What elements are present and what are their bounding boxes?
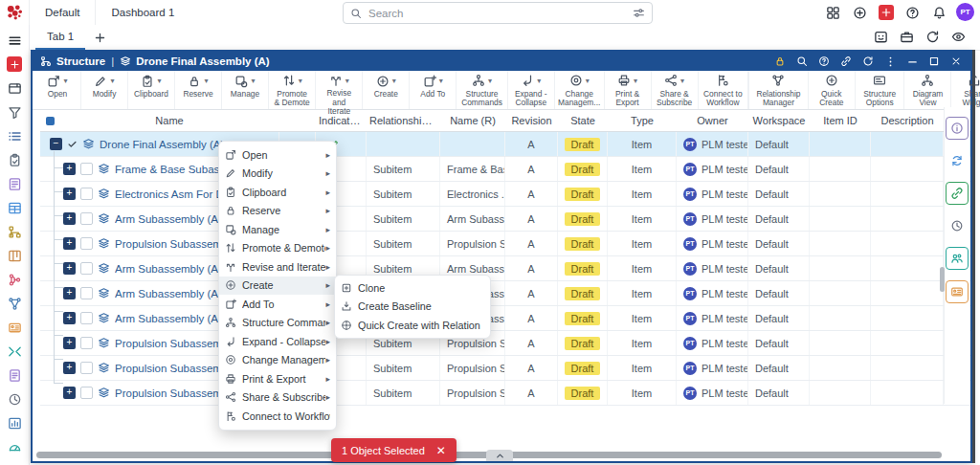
app-switcher-icon[interactable] bbox=[825, 5, 841, 21]
select-all-checkbox[interactable] bbox=[46, 117, 55, 125]
expand-toggle[interactable]: + bbox=[63, 312, 76, 324]
copy-link-icon[interactable] bbox=[839, 55, 853, 68]
context-menu-item-open[interactable]: Open▸ bbox=[219, 145, 336, 165]
collapse-toggle[interactable]: − bbox=[50, 138, 62, 150]
row-checkbox[interactable] bbox=[80, 237, 93, 250]
toolbar-button-revise-and-iterate[interactable]: ▾Revise and Iterate bbox=[316, 71, 363, 109]
expand-toggle[interactable]: + bbox=[63, 237, 76, 250]
row-checkbox[interactable] bbox=[80, 362, 93, 374]
submenu-item-clone[interactable]: Clone bbox=[335, 278, 490, 298]
lock-icon[interactable] bbox=[773, 55, 787, 68]
toolbar-button-share-subscribe[interactable]: ▾Share & Subscribe bbox=[652, 71, 699, 109]
toolbar-button-reserve[interactable]: ▾Reserve bbox=[175, 71, 222, 109]
main-menu-icon[interactable] bbox=[4, 31, 25, 50]
context-menu-item-manage[interactable]: Manage▸ bbox=[219, 220, 336, 239]
rail-clipboard-icon[interactable] bbox=[4, 150, 25, 169]
context-menu-item-structure-commands[interactable]: Structure Commands▸ bbox=[219, 314, 336, 333]
context-menu-item-connect-to-workflow[interactable]: Connect to Workflow bbox=[219, 407, 336, 426]
row-checkbox[interactable] bbox=[80, 262, 93, 275]
briefcase-icon[interactable] bbox=[899, 29, 915, 45]
history-panel-icon[interactable] bbox=[947, 215, 968, 236]
context-menu-item-reserve[interactable]: Reserve▸ bbox=[219, 202, 336, 221]
row-checkbox[interactable] bbox=[80, 312, 93, 324]
rail-nodes-icon[interactable] bbox=[4, 294, 25, 313]
nav-tab-default[interactable]: Default bbox=[29, 0, 95, 25]
expand-toggle[interactable]: + bbox=[63, 188, 76, 200]
rail-card-icon[interactable] bbox=[4, 318, 25, 337]
rail-quick-add-icon[interactable] bbox=[7, 56, 22, 72]
toolbar-button-structure-options[interactable]: Structure Options bbox=[855, 71, 904, 109]
sync-panel-icon[interactable] bbox=[947, 150, 968, 171]
toolbar-button-relationship-manager[interactable]: Relationship Manager bbox=[748, 71, 808, 109]
row-checkbox[interactable] bbox=[80, 212, 93, 225]
context-menu-item-promote-demote[interactable]: Promote & Demote▸ bbox=[219, 239, 336, 258]
table-row[interactable]: +Arm Subassembly (A)(9)SubitemArm Subass… bbox=[40, 281, 970, 306]
table-row[interactable]: +Arm Subassembly (A)(9)SubitemArm Subass… bbox=[40, 306, 970, 331]
refresh-icon[interactable] bbox=[924, 29, 941, 45]
expand-toggle[interactable]: + bbox=[63, 337, 76, 349]
toolbar-button-share-widget[interactable]: Share Widget bbox=[950, 71, 980, 109]
toast-close-icon[interactable]: ✕ bbox=[436, 444, 446, 457]
table-row[interactable]: +Arm Subassembly (A)(9)SubitemArm Subass… bbox=[40, 207, 970, 232]
search-input[interactable] bbox=[367, 7, 633, 20]
aras-logo-icon[interactable] bbox=[0, 3, 29, 22]
expand-toggle[interactable]: + bbox=[63, 163, 76, 175]
toolbar-button-quick-create[interactable]: Quick Create bbox=[808, 71, 855, 109]
submenu-item-quick-create-with-relation[interactable]: Quick Create with Relation bbox=[335, 316, 490, 335]
toolbar-button-expand-collapse[interactable]: ▾Expand - Collapse bbox=[508, 71, 555, 109]
toolbar-button-structure-commands[interactable]: ▾Structure Commands bbox=[457, 71, 508, 109]
expand-toggle[interactable]: + bbox=[63, 362, 76, 374]
window-help-icon[interactable] bbox=[817, 55, 831, 68]
context-menu-item-share-subscribe[interactable]: Share & Subscribe▸ bbox=[219, 388, 336, 408]
rail-list-icon[interactable] bbox=[4, 126, 25, 145]
rail-window-icon[interactable] bbox=[4, 78, 25, 98]
toolbar-button-change-managem-[interactable]: ▾Change Managem... bbox=[555, 71, 605, 109]
context-menu-item-revise-and-iterate[interactable]: Revise and Iterate▸ bbox=[219, 257, 336, 277]
toolbar-button-promote-demote[interactable]: ▾Promote & Demote bbox=[269, 71, 316, 109]
expand-toggle[interactable]: + bbox=[63, 262, 76, 275]
row-checkbox[interactable] bbox=[80, 387, 93, 399]
user-avatar[interactable]: PT bbox=[956, 3, 974, 21]
context-menu-item-modify[interactable]: Modify▸ bbox=[219, 165, 336, 184]
links-panel-icon[interactable] bbox=[946, 182, 969, 205]
more-options-icon[interactable] bbox=[883, 55, 897, 68]
minimize-icon[interactable] bbox=[905, 55, 919, 68]
assistant-bot-icon[interactable] bbox=[873, 29, 889, 45]
row-checkbox[interactable] bbox=[80, 163, 93, 175]
table-row[interactable]: +Electronics Asm For Drone (A)SubitemEle… bbox=[40, 182, 970, 207]
card-panel-icon[interactable] bbox=[946, 280, 969, 303]
context-menu-item-clipboard[interactable]: Clipboard▸ bbox=[219, 183, 336, 202]
rail-revise-icon[interactable] bbox=[4, 270, 25, 289]
vertical-scrollbar-thumb[interactable] bbox=[940, 267, 945, 292]
rail-gauge-icon[interactable] bbox=[4, 437, 25, 456]
toolbar-button-manage[interactable]: ▾Manage bbox=[222, 71, 269, 109]
context-menu-item-create[interactable]: Create▸ bbox=[219, 277, 336, 296]
table-row[interactable]: +Frame & Base Subassembly (A)SubitemFram… bbox=[40, 157, 970, 182]
expand-toggle[interactable]: + bbox=[63, 212, 76, 225]
tab-tab-1[interactable]: Tab 1 bbox=[35, 26, 85, 50]
rail-table-icon[interactable] bbox=[4, 198, 25, 217]
quick-add-icon[interactable] bbox=[879, 5, 894, 20]
rail-filter-icon[interactable] bbox=[4, 102, 25, 122]
add-tab-button[interactable] bbox=[91, 29, 108, 46]
rail-converge-icon[interactable] bbox=[4, 342, 25, 361]
row-checkbox[interactable] bbox=[80, 337, 93, 349]
close-icon[interactable] bbox=[949, 55, 963, 68]
add-circle-icon[interactable] bbox=[852, 5, 868, 21]
info-panel-icon[interactable] bbox=[946, 117, 969, 140]
global-search[interactable] bbox=[343, 2, 653, 24]
toolbar-button-print-export[interactable]: ▾Print & Export bbox=[605, 71, 652, 109]
visibility-icon[interactable] bbox=[950, 29, 967, 45]
row-checkbox[interactable] bbox=[80, 188, 93, 200]
submenu-item-create-baseline[interactable]: Create Baseline bbox=[335, 298, 490, 317]
window-search-icon[interactable] bbox=[795, 55, 809, 68]
table-row[interactable]: +Propulsion Subassembly (A)(1SubitemProp… bbox=[40, 381, 970, 406]
expand-toggle[interactable]: + bbox=[63, 287, 76, 299]
toolbar-button-create[interactable]: ▾Create bbox=[363, 71, 410, 109]
row-checkbox[interactable] bbox=[80, 287, 93, 299]
table-row[interactable]: +Propulsion Subassembly (A)(1SubitemProp… bbox=[40, 331, 970, 356]
rail-document-icon[interactable] bbox=[4, 365, 25, 385]
toolbar-button-connect-to-workflow[interactable]: Connect to Workflow bbox=[699, 71, 748, 109]
toolbar-button-clipboard[interactable]: ▾Clipboard bbox=[128, 71, 175, 109]
context-menu-item-change-management[interactable]: Change Management▸ bbox=[219, 351, 336, 370]
